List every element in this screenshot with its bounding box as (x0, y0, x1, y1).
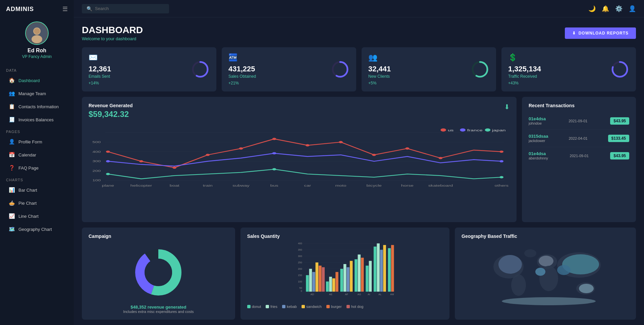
sidebar-item-label-dashboard: Dashboard (18, 78, 40, 83)
svg-rect-104 (391, 245, 394, 291)
stat-cards: ✉️ 12,361 Emails Sent +14% 🏧 431,225 Sal… (74, 45, 644, 97)
person-icon[interactable]: 👤 (629, 5, 636, 12)
campaign-sub-label: Includes extra misc expenditures and cos… (89, 310, 228, 314)
sidebar-section-label: Charts (0, 175, 74, 183)
svg-point-3 (34, 28, 40, 34)
stat-change-sales: +21% (228, 81, 256, 85)
page-title: DASHBOARD (82, 25, 143, 36)
sidebar-item-faq[interactable]: ❓ FAQ Page (3, 161, 71, 174)
svg-text:300: 300 (298, 255, 302, 258)
svg-rect-90 (340, 269, 343, 291)
sidebar-item-label-manage-team: Manage Team (18, 91, 46, 96)
bar-legend-item: kebab (282, 305, 297, 309)
geography-map (462, 242, 629, 307)
sidebar-item-bar-chart[interactable]: 📊 Bar Chart (3, 184, 71, 196)
bar-legend-item: sandwich (302, 305, 322, 309)
sidebar-item-contacts[interactable]: 📋 Contacts Information (3, 100, 71, 113)
campaign-title: Campaign (89, 234, 228, 239)
gear-icon[interactable]: ⚙️ (615, 5, 623, 12)
svg-rect-84 (319, 266, 322, 292)
svg-point-23 (106, 150, 110, 153)
page-header: DASHBOARD Welcome to your dashboard ⬇ DO… (74, 17, 644, 45)
svg-point-30 (339, 141, 343, 143)
svg-text:moto: moto (335, 184, 346, 188)
svg-point-62 (145, 259, 172, 286)
svg-point-124 (535, 268, 545, 276)
sidebar-item-manage-team[interactable]: 👥 Manage Team (3, 87, 71, 100)
svg-point-126 (502, 297, 596, 305)
stat-icon-emails: ✉️ (89, 53, 111, 62)
svg-point-34 (499, 150, 503, 153)
svg-point-35 (106, 160, 110, 162)
sidebar-item-invoices[interactable]: 🧾 Invoices Balances (3, 113, 71, 126)
search-icon: 🔍 (87, 6, 92, 11)
search-input[interactable] (95, 6, 164, 11)
svg-text:400: 400 (93, 150, 101, 153)
tx-amount: $43.95 (610, 152, 629, 159)
sidebar-item-label-line-chart: Line Chart (18, 214, 39, 219)
svg-rect-87 (329, 277, 332, 292)
svg-rect-85 (322, 267, 325, 292)
dashboard-icon: 🏠 (9, 77, 15, 83)
svg-point-29 (306, 144, 310, 146)
svg-text:horse: horse (401, 184, 414, 188)
calendar-icon: 📅 (9, 152, 15, 158)
bell-icon[interactable]: 🔔 (602, 5, 609, 12)
tx-user: jackdower (529, 139, 548, 143)
sidebar-header: ADMINIS ☰ (0, 0, 74, 18)
world-map-svg (462, 242, 629, 305)
sidebar-item-profile-form[interactable]: 👤 Profile Form (3, 135, 71, 148)
svg-text:300: 300 (93, 159, 101, 163)
legend-color (302, 305, 305, 308)
svg-rect-101 (380, 250, 383, 291)
search-bar[interactable]: 🔍 (82, 4, 169, 13)
sidebar-item-geo-chart[interactable]: 🗺️ Geography Chart (3, 223, 71, 236)
svg-rect-96 (361, 258, 364, 291)
svg-point-53 (440, 128, 446, 132)
sidebar-item-calendar[interactable]: 📅 Calendar (3, 148, 71, 161)
download-reports-button[interactable]: ⬇ DOWNLOAD REPORTS (565, 27, 636, 39)
sidebar-item-line-chart[interactable]: 📈 Line Chart (3, 210, 71, 222)
svg-text:250: 250 (298, 261, 302, 264)
legend-color (346, 305, 350, 308)
stat-change-emails: +14% (89, 81, 111, 85)
svg-point-25 (172, 167, 176, 169)
sidebar-item-label-bar-chart: Bar Chart (18, 188, 37, 193)
svg-text:AM: AM (390, 293, 394, 296)
svg-text:200: 200 (298, 267, 302, 270)
legend-label: kebab (287, 305, 297, 309)
svg-point-114 (498, 255, 522, 274)
download-icon: ⬇ (572, 31, 576, 36)
stat-ring-traffic (610, 60, 629, 79)
legend-color (326, 305, 330, 308)
sales-legend: donut fries kebab sandwich burger hot do… (247, 305, 443, 309)
stat-icon-clients: 👥 (368, 53, 391, 62)
download-chart-icon[interactable]: ⬇ (504, 103, 510, 111)
legend-label: burger (331, 305, 342, 309)
tx-date: 2021-09-01 (570, 154, 589, 158)
transaction-item: 01e4dsa aberdohnny 2021-09-01 $43.95 (529, 147, 629, 164)
svg-point-31 (372, 154, 376, 156)
svg-rect-95 (358, 255, 361, 292)
svg-point-27 (239, 147, 243, 150)
legend-color (247, 305, 251, 308)
sidebar-item-label-geo-chart: Geography Chart (18, 227, 52, 232)
stat-value-sales: 431,225 (228, 65, 256, 73)
svg-point-123 (524, 249, 536, 257)
tx-user: johndoe (529, 121, 546, 125)
stat-card-clients: 👥 32,441 New Clients +5% (362, 47, 496, 91)
moon-icon[interactable]: 🌙 (588, 5, 596, 12)
revenue-line-chart: 100 200 300 400 500 (89, 123, 510, 190)
sidebar-section-label: Data (0, 65, 74, 74)
sidebar-item-pie-chart[interactable]: 🥧 Pie Chart (3, 197, 71, 209)
stat-value-emails: 12,361 (89, 65, 111, 73)
revenue-chart-title: Revenue Generated (89, 103, 133, 108)
svg-text:bicycle: bicycle (366, 184, 382, 188)
hamburger-icon[interactable]: ☰ (62, 5, 68, 13)
svg-text:150: 150 (298, 274, 302, 277)
sales-quantity-bar-chart: 400 350 300 250 200 150 100 50 0 (247, 240, 443, 301)
sidebar-item-dashboard[interactable]: 🏠 Dashboard (3, 74, 71, 87)
bar-legend-item: donut (247, 305, 261, 309)
svg-point-115 (511, 274, 526, 296)
svg-text:AI: AI (368, 293, 370, 296)
